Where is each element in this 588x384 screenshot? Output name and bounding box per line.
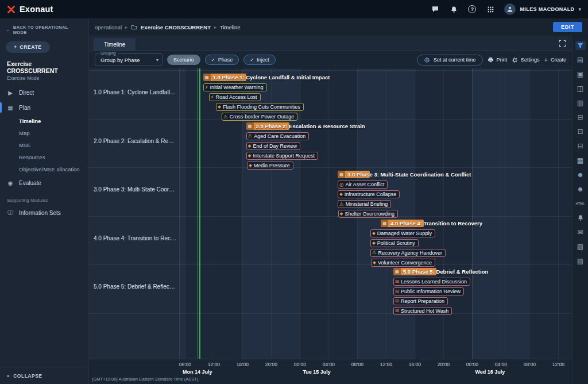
- filter-chip-scenario[interactable]: Scenario: [167, 55, 200, 65]
- row-separator: [89, 313, 572, 314]
- filter-icon[interactable]: [575, 41, 586, 50]
- row-label: 5.0 Phase 5: Debrief & Reflection: [94, 283, 176, 290]
- inject-chip[interactable]: ✉Structured Hot Wash: [393, 307, 452, 315]
- layout-icon[interactable]: ◫: [575, 84, 586, 93]
- plus-icon: +: [544, 57, 548, 63]
- bell-icon[interactable]: [575, 213, 586, 222]
- phase-bar[interactable]: ▤5.0 Phase 5: Debrief & Reflection: [393, 268, 436, 275]
- gear-icon: [512, 57, 518, 63]
- create-inject-button[interactable]: + Create: [544, 57, 566, 63]
- inject-chip[interactable]: ◎Air Asset Conflict: [338, 181, 388, 189]
- book-icon[interactable]: ▨: [575, 256, 586, 266]
- inject-chip[interactable]: ✉Lessons Learned Discussion: [393, 278, 470, 286]
- breadcrumb-separator: ▸: [214, 25, 216, 30]
- gridline: [242, 68, 243, 359]
- sidebar-subitem-timeline[interactable]: Timeline: [0, 115, 88, 127]
- bell-icon[interactable]: [449, 5, 458, 14]
- print-button[interactable]: Print: [488, 57, 508, 63]
- back-to-operational-link[interactable]: ← BACK TO OPERATIONAL MODE: [0, 18, 88, 36]
- chat-icon[interactable]: [431, 5, 440, 14]
- breadcrumb-exercise[interactable]: Exercise CROSSCURRENT: [141, 24, 211, 30]
- archive-icon-3[interactable]: ⊟: [575, 141, 586, 151]
- set-at-current-time-button[interactable]: Set at current time: [417, 55, 483, 66]
- inject-chip[interactable]: ◆Flash Flooding Cuts Communities: [216, 103, 304, 111]
- sidebar-subitem-mse[interactable]: MSE: [0, 139, 88, 151]
- fullscreen-icon[interactable]: [559, 40, 566, 47]
- sidebar-subitem-resources[interactable]: Resources: [0, 151, 88, 163]
- warning-icon: ⚠: [339, 202, 344, 207]
- left-sidebar: ← BACK TO OPERATIONAL MODE + CREATE Exer…: [0, 18, 89, 384]
- breadcrumb-separator: ▸: [125, 25, 127, 30]
- phase-bar-icon: ▤: [393, 268, 401, 275]
- inject-chip[interactable]: ◆End of Day Review: [246, 142, 300, 150]
- archive-icon-1[interactable]: ⊟: [575, 113, 586, 122]
- filter-chip-inject[interactable]: ✓ Inject: [243, 55, 276, 65]
- inject-chip[interactable]: ◆Political Scrutiny: [370, 239, 419, 247]
- breadcrumb-root[interactable]: operational: [95, 24, 122, 30]
- gantt-chart-area[interactable]: ▤1.0 Phase 1: Cyclone Landfall & Initial…: [180, 68, 572, 359]
- sidebar-subitem-map[interactable]: Map: [0, 127, 88, 139]
- mail-icon[interactable]: ✉: [575, 228, 586, 237]
- image-panel-icon[interactable]: ▣: [575, 70, 586, 79]
- html-icon[interactable]: HTML: [575, 199, 586, 208]
- inject-chip[interactable]: ⚠Recovery Agency Handover: [370, 249, 446, 257]
- chart-icon[interactable]: ▧: [575, 242, 586, 251]
- filter-chip-phase[interactable]: ✓ Phase: [205, 55, 239, 65]
- inject-chip[interactable]: ◆Interstate Support Request: [246, 152, 318, 160]
- check-icon: ✓: [250, 57, 254, 63]
- inject-label: Interstate Support Request: [253, 153, 315, 159]
- inject-chip[interactable]: ⚠Cross-border Power Outage: [222, 113, 297, 121]
- mail-icon: ✉: [395, 279, 399, 285]
- sidebar-item-evaluate[interactable]: ◉ Evaluate: [0, 175, 88, 190]
- inject-chip[interactable]: ◆Damaged Water Supply: [370, 229, 435, 237]
- direct-icon: ▶: [7, 90, 14, 96]
- row-separator: [89, 216, 572, 217]
- inject-chip[interactable]: ⚡Road Access Lost: [209, 93, 261, 101]
- grouping-select[interactable]: Grouping Group by Phase ▾: [95, 53, 163, 66]
- gridline: [529, 68, 530, 359]
- inject-chip[interactable]: ◆Infrastructure Collapse: [338, 190, 400, 198]
- archive-icon-2[interactable]: ⊟: [575, 127, 586, 136]
- inject-label: Infrastructure Collapse: [345, 191, 397, 197]
- sidebar-subitem-objective-mse-allocation[interactable]: Objective/MSE allocation: [0, 163, 88, 175]
- sidebar-item-information-sets[interactable]: ⓘ Information Sets: [0, 205, 88, 220]
- help-icon[interactable]: ?: [467, 5, 477, 14]
- inject-chip[interactable]: ⚠Ministerial Briefing: [338, 200, 391, 208]
- phase-bar[interactable]: ▤2.0 Phase 2: Escalation & Resource Stra…: [246, 122, 289, 130]
- collapse-sidebar-button[interactable]: « COLLAPSE: [0, 367, 88, 384]
- user-menu[interactable]: MILES MACDONALD ▾: [504, 3, 581, 15]
- phase-bar[interactable]: ▤1.0 Phase 1: Cyclone Landfall & Initial…: [203, 74, 246, 81]
- time-axis: (GMT+10:00) Australian Eastern Standard …: [89, 359, 572, 384]
- row-separator: [89, 264, 572, 265]
- phase-bar-icon: ▤: [338, 171, 345, 178]
- clipboard-icon[interactable]: ▦: [575, 156, 586, 165]
- grouping-value: Group by Phase: [100, 57, 140, 63]
- inject-chip[interactable]: ✉Report Preparation: [393, 297, 448, 305]
- axis-day-label: Mon 14 July: [183, 369, 212, 375]
- inject-chip[interactable]: ✉Public Information Review: [393, 287, 464, 295]
- phase-bar[interactable]: ▤3.0 Phase 3: Multi-State Coordination &…: [338, 171, 370, 178]
- settings-button[interactable]: Settings: [512, 57, 540, 63]
- sidebar-item-direct[interactable]: ▶ Direct: [0, 85, 88, 100]
- apps-grid-icon[interactable]: [486, 5, 495, 14]
- supporting-modules-label: Supporting Modules: [0, 190, 88, 205]
- sidebar-item-plan[interactable]: ▦ Plan: [0, 100, 88, 115]
- timeline-gantt: ▤1.0 Phase 1: Cyclone Landfall & Initial…: [89, 68, 572, 384]
- tab-timeline[interactable]: Timeline: [94, 38, 136, 51]
- diamond-icon: ◆: [372, 231, 376, 236]
- phase-bar[interactable]: ▤4.0 Phase 4: Transition to Recovery: [381, 220, 424, 227]
- users-icon-1[interactable]: ☻: [575, 170, 586, 179]
- inject-chip[interactable]: ◆Volunteer Convergence: [371, 259, 435, 267]
- create-button[interactable]: + CREATE: [6, 41, 50, 53]
- inject-chip[interactable]: ◆Shelter Overcrowding: [338, 210, 398, 218]
- row-separator: [89, 167, 572, 168]
- inject-chip[interactable]: ⚡Initial Weather Warning: [203, 83, 267, 91]
- tab-bar: Timeline: [89, 36, 572, 51]
- inject-chip[interactable]: ⚠Aged Care Evacuation: [246, 132, 310, 140]
- axis-tick-label: 16:00: [237, 362, 249, 367]
- users-icon-2[interactable]: ☻: [575, 185, 586, 194]
- inject-chip[interactable]: ◆Media Pressure: [247, 162, 293, 170]
- document-icon[interactable]: ▤: [575, 55, 586, 64]
- edit-button[interactable]: EDIT: [553, 22, 582, 32]
- card-icon[interactable]: ▥: [575, 98, 586, 107]
